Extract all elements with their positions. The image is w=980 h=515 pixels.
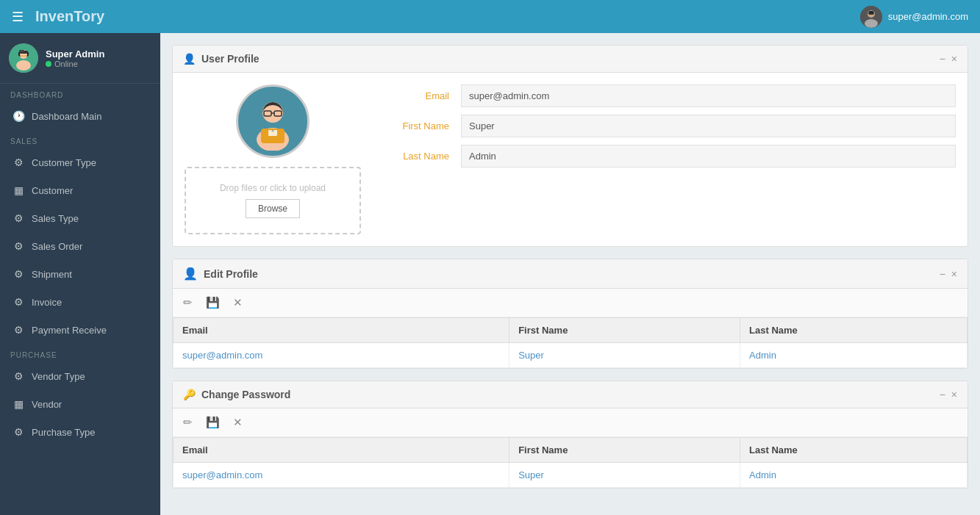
edit-profile-card-actions: − × [940,268,957,280]
sidebar-item-label: Shipment [32,269,72,280]
top-nav-user-email: super@admin.com [888,11,968,22]
edit-profile-card: 👤 Edit Profile − × ✏ 💾 ✕ Email [172,259,968,369]
cell-firstname: Super [509,343,740,368]
cp-table-header-row: Email First Name Last Name [174,438,968,463]
sidebar-item-label: Customer Type [32,157,96,168]
sidebar-item-label: Sales Type [32,213,79,224]
edit-save-button[interactable]: 💾 [203,295,223,311]
cp-cell-email: super@admin.com [174,463,509,488]
email-label: Email [383,90,449,101]
gear-icon-5: ⚙ [12,426,24,438]
firstname-value: Super [461,115,956,137]
user-profile-fields: Email super@admin.com First Name Super L… [383,84,956,234]
sidebar-item-customer[interactable]: ▦ Customer [0,176,160,204]
sidebar-item-label: Vendor [32,399,62,410]
svg-point-2 [865,19,878,28]
upload-area[interactable]: Drop files or click to upload Browse [185,167,361,234]
cp-col-firstname: First Name [509,438,740,463]
sidebar-avatar [9,43,38,73]
lastname-value: Admin [461,145,956,168]
sidebar-item-sales-type[interactable]: ⚙ Sales Type [0,204,160,232]
email-value: super@admin.com [461,84,956,107]
sidebar-item-invoice[interactable]: ⚙ Invoice [0,288,160,316]
cp-cell-lastname: Admin [740,463,968,488]
edit-profile-close-button[interactable]: × [951,268,957,280]
grid-icon: ▦ [12,184,24,196]
change-password-card: 🔑 Change Password − × ✏ 💾 ✕ Emai [172,381,968,489]
minimize-button[interactable]: − [940,53,945,65]
sidebar-item-dashboard-main[interactable]: 🕐 Dashboard Main [0,102,160,130]
invoice-icon: ⚙ [12,296,24,308]
change-password-title: 🔑 Change Password [183,389,290,400]
hamburger-menu-button[interactable]: ☰ [12,9,24,25]
gear-icon-2: ⚙ [12,212,24,224]
user-profile-left: Drop files or click to upload Browse [185,84,361,234]
user-profile-card: 👤 User Profile − × [172,45,968,247]
lastname-field-row: Last Name Admin [383,145,956,168]
users-icon: 👤 [183,53,196,65]
upload-prompt: Drop files or click to upload [208,183,337,193]
sidebar-section-sales: SALES [0,130,160,148]
change-password-body: ✏ 💾 ✕ Email First Name Last Name [173,408,968,488]
truck-icon: ⚙ [12,268,24,280]
edit-profile-card-header: 👤 Edit Profile − × [173,259,968,289]
cell-lastname: Admin [740,343,968,368]
edit-profile-minimize-button[interactable]: − [940,268,945,280]
svg-point-15 [262,102,283,123]
firstname-field-row: First Name Super [383,115,956,137]
sidebar-item-sales-order[interactable]: ⚙ Sales Order [0,232,160,260]
sidebar-item-payment-receive[interactable]: ⚙ Payment Receive [0,316,160,344]
sidebar-item-customer-type[interactable]: ⚙ Customer Type [0,148,160,176]
sidebar-item-shipment[interactable]: ⚙ Shipment [0,260,160,288]
cp-edit-button[interactable]: ✏ [180,414,196,431]
change-password-card-actions: − × [940,389,957,400]
gear-icon-3: ⚙ [12,240,24,252]
cp-cell-firstname: Super [509,463,740,488]
grid-icon-2: ▦ [12,398,24,410]
user-profile-card-actions: − × [940,53,957,65]
sidebar-item-label: Purchase Type [32,427,95,438]
edit-pencil-button[interactable]: ✏ [180,295,196,311]
change-password-minimize-button[interactable]: − [940,389,945,400]
sidebar-item-vendor[interactable]: ▦ Vendor [0,390,160,418]
edit-cancel-button[interactable]: ✕ [230,295,246,311]
email-field-row: Email super@admin.com [383,84,956,107]
change-password-toolbar: ✏ 💾 ✕ [173,408,968,437]
browse-button[interactable]: Browse [246,199,300,218]
cp-col-lastname: Last Name [740,438,968,463]
sidebar-user-name: Super Admin [46,48,104,60]
online-indicator [46,61,51,67]
clock-icon: 🕐 [12,110,24,122]
sidebar-item-purchase-type[interactable]: ⚙ Purchase Type [0,418,160,446]
sidebar-item-vendor-type[interactable]: ⚙ Vendor Type [0,362,160,390]
gear-icon: ⚙ [12,156,24,168]
close-button[interactable]: × [951,53,957,65]
svg-rect-5 [869,11,873,13]
edit-profile-body: ✏ 💾 ✕ Email First Name Last Name [173,289,968,368]
user-profile-body: Drop files or click to upload Browse Ema… [173,73,968,246]
user-avatar [236,84,310,158]
search-key-icon: 🔑 [183,389,196,400]
top-nav-avatar [860,6,882,28]
cell-email: super@admin.com [174,343,509,368]
lastname-label: Last Name [383,151,449,162]
change-password-close-button[interactable]: × [951,389,957,400]
cp-table-row: super@admin.com Super Admin [174,463,968,488]
cp-cancel-button[interactable]: ✕ [230,414,246,431]
cp-col-email: Email [174,438,509,463]
table-header-row: Email First Name Last Name [174,318,968,343]
cp-save-button[interactable]: 💾 [203,414,223,431]
sidebar-item-label: Customer [32,185,73,196]
sidebar-item-label: Payment Receive [32,325,107,336]
sidebar: Super Admin Online DASHBOARD 🕐 Dashboard… [0,33,160,515]
svg-rect-12 [19,50,24,52]
edit-profile-table: Email First Name Last Name super@admin.c… [173,317,968,368]
app-logo: InvenTory [35,8,104,25]
person-icon: 👤 [183,267,198,281]
user-profile-title: 👤 User Profile [183,53,260,65]
main-content: 👤 User Profile − × [160,33,980,515]
col-email: Email [174,318,509,343]
top-nav-user: super@admin.com [860,6,968,28]
edit-profile-title: 👤 Edit Profile [183,267,258,281]
sidebar-item-label: Invoice [32,297,62,308]
